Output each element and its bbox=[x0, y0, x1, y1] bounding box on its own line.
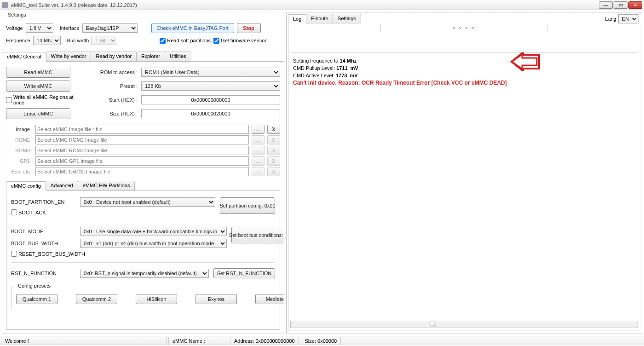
app-icon bbox=[2, 2, 8, 8]
gp1-browse-button: ... bbox=[252, 156, 264, 166]
image-clear-button[interactable]: X bbox=[267, 125, 280, 134]
status-size: Size: 0x00000 bbox=[301, 337, 341, 345]
tab-emmc-general[interactable]: eMMC General bbox=[2, 52, 46, 62]
lang-label: Lang bbox=[605, 16, 616, 22]
image-label: Image : bbox=[6, 127, 33, 132]
log-horizontal-scrollbar[interactable] bbox=[290, 321, 638, 328]
window-title: eMMC_tool Suite ver. 1.4.9.0 (release da… bbox=[11, 2, 599, 8]
image-input[interactable] bbox=[35, 125, 249, 134]
rom2-clear-button: X bbox=[267, 135, 280, 144]
tab-utilities[interactable]: Utilities bbox=[165, 52, 191, 61]
status-emmc-name: eMMC Name : bbox=[168, 337, 228, 345]
rom2-input bbox=[35, 135, 249, 144]
preset-select[interactable]: 128 Kb bbox=[141, 81, 280, 91]
right-tabs: Log Pinouts Settings Lang EN bbox=[288, 14, 640, 24]
status-bar: Welcome ! eMMC Name : Address: 0x0000000… bbox=[0, 336, 644, 345]
main-tabs: eMMC General Write by vendor Read by ven… bbox=[2, 52, 284, 62]
tab-explorer[interactable]: Explorer bbox=[136, 52, 165, 61]
check-emmc-button[interactable]: Check eMMC in EasyJTAG Port bbox=[151, 23, 234, 33]
log-lines: Setting frequence to 14 Mhz CMD Pullup L… bbox=[293, 57, 635, 86]
preset-exynos-button[interactable]: Exynos bbox=[196, 294, 237, 304]
preset-qualcomm1-button[interactable]: Qualcomm 1 bbox=[16, 294, 58, 304]
image-browse-button[interactable]: ... bbox=[252, 125, 264, 134]
read-soft-partitions-checkbox[interactable]: Read soft partitions bbox=[160, 38, 211, 44]
settings-group: Settings Voltage 1.8 V Interface EasyJta… bbox=[2, 12, 284, 50]
bootcfg-input bbox=[35, 167, 249, 176]
status-welcome: Welcome ! bbox=[1, 337, 167, 345]
voltage-select[interactable]: 1.8 V bbox=[26, 23, 53, 33]
size-input[interactable] bbox=[141, 109, 280, 118]
rom3-label: ROM3 : bbox=[6, 148, 33, 153]
sub-tabs: eMMC config Advanced eMMC HW Partitions bbox=[6, 181, 280, 191]
boot-partition-en-select[interactable]: 0x0 : Device not boot enabled (default) bbox=[80, 197, 215, 207]
frequence-label: Frequence bbox=[6, 38, 30, 43]
get-firmware-version-checkbox[interactable]: Get firmware version bbox=[213, 38, 267, 44]
tab-body: Read eMMC Write eMMC Write all eMMC Regi… bbox=[2, 63, 284, 334]
write-emmc-button[interactable]: Write eMMC bbox=[6, 81, 70, 92]
set-boot-bus-conditions-button[interactable]: Set boot bus conditions: 0x00 bbox=[231, 227, 284, 243]
reset-boot-bus-width-checkbox[interactable]: RESET_BOOT_BUS_WIDTH bbox=[11, 251, 227, 257]
size-label: Size (HEX) : bbox=[87, 111, 138, 116]
subtab-hw-partitions[interactable]: eMMC HW Partitions bbox=[78, 181, 135, 190]
titlebar: eMMC_tool Suite ver. 1.4.9.0 (release da… bbox=[0, 0, 644, 10]
start-label: Start (HEX) : bbox=[87, 97, 138, 103]
rom-label: ROM to access : bbox=[87, 69, 138, 75]
rom3-browse-button: ... bbox=[252, 146, 264, 155]
log-area: V V V V Setting frequence to 14 Mhz CMD … bbox=[288, 24, 640, 330]
gp1-label: GP1 : bbox=[6, 158, 33, 164]
tab-pinouts[interactable]: Pinouts bbox=[306, 14, 333, 24]
rom3-input bbox=[35, 146, 249, 155]
lang-select[interactable]: EN bbox=[618, 14, 638, 23]
start-input[interactable] bbox=[141, 95, 280, 104]
minimize-button[interactable]: — bbox=[599, 1, 613, 9]
scrollbar-thumb[interactable] bbox=[430, 322, 436, 327]
annotation-arrow-icon bbox=[509, 52, 541, 71]
preset-label: Preset : bbox=[87, 83, 138, 89]
subtab-emmc-config[interactable]: eMMC config bbox=[6, 181, 46, 191]
buswidth-label: Bus width bbox=[67, 38, 89, 43]
rom-select[interactable]: ROM1 (Main User Data) bbox=[141, 68, 280, 77]
log-error-line: Can't init device. Reason: OCR Ready Tim… bbox=[293, 79, 635, 86]
gp1-input bbox=[35, 156, 249, 166]
buswidth-select: 1 Bit bbox=[92, 36, 117, 45]
tab-settings-right[interactable]: Settings bbox=[333, 14, 361, 24]
tab-log[interactable]: Log bbox=[288, 14, 306, 24]
interface-select[interactable]: EasyJtag1/ISP bbox=[82, 23, 138, 33]
rst-n-function-select[interactable]: 0x0: RST_n signal is temporarily disable… bbox=[80, 269, 209, 278]
boot-ack-checkbox[interactable]: BOOT_ACK bbox=[11, 209, 215, 215]
settings-legend: Settings bbox=[6, 12, 28, 17]
boot-mode-select[interactable]: 0x0 : Use single data rate + backward co… bbox=[80, 227, 227, 236]
maximize-button[interactable]: ▭ bbox=[614, 1, 627, 9]
preset-qualcomm2-button[interactable]: Qualcomm 2 bbox=[76, 294, 117, 304]
boot-partition-en-label: BOOT_PARTITION_EN bbox=[11, 199, 75, 205]
subtab-advanced[interactable]: Advanced bbox=[46, 181, 78, 190]
status-address: Address: 0x000000000000 bbox=[230, 337, 299, 345]
boot-bus-width-label: BOOT_BUS_WIDTH bbox=[11, 241, 75, 246]
config-presets-legend: Config presets bbox=[16, 283, 52, 288]
read-emmc-button[interactable]: Read eMMC bbox=[6, 67, 70, 78]
config-presets: Config presets Qualcomm 1 Qualcomm 2 HiS… bbox=[11, 283, 284, 309]
log-collapsed-strip[interactable]: V V V V bbox=[380, 24, 548, 32]
boot-bus-width-select[interactable]: 0x0 : x1 (sdr) or x4 (ddr) bus width in … bbox=[80, 239, 227, 248]
set-rst-n-function-button[interactable]: Set RST_N_FUNCTION bbox=[213, 268, 275, 278]
rom2-browse-button: ... bbox=[252, 135, 264, 144]
rom3-clear-button: X bbox=[267, 146, 280, 155]
preset-mediatek-button[interactable]: Mediatek bbox=[255, 294, 284, 304]
bootcfg-label: Boot cfg : bbox=[6, 169, 33, 174]
stop-button[interactable]: Stop bbox=[237, 23, 261, 33]
rst-n-function-label: RST_N_FUNCTION bbox=[11, 271, 75, 276]
bootcfg-clear-button: X bbox=[267, 167, 280, 176]
close-button[interactable]: ✕ bbox=[628, 1, 642, 9]
image-rows: Image : ... X ROM2 : ... X ROM3 : ... X … bbox=[6, 125, 280, 176]
set-partition-config-button[interactable]: Set partition config: 0x00 bbox=[220, 197, 275, 214]
boot-mode-label: BOOT_MODE bbox=[11, 229, 75, 234]
subtab-body: BOOT_PARTITION_EN 0x0 : Device not boot … bbox=[6, 193, 280, 330]
frequence-select[interactable]: 14 Mhz bbox=[33, 36, 61, 45]
tab-write-by-vendor[interactable]: Write by vendor bbox=[46, 52, 92, 61]
erase-emmc-button[interactable]: Erase eMMC bbox=[6, 108, 70, 119]
preset-hisilicon-button[interactable]: HiSilicon bbox=[136, 294, 177, 304]
tab-read-by-vendor[interactable]: Read by vendor bbox=[91, 52, 137, 61]
write-all-regions-checkbox[interactable]: Write all eMMC Regions at once bbox=[6, 94, 80, 105]
bootcfg-browse-button: ... bbox=[252, 167, 264, 176]
interface-label: Interface bbox=[60, 25, 80, 31]
